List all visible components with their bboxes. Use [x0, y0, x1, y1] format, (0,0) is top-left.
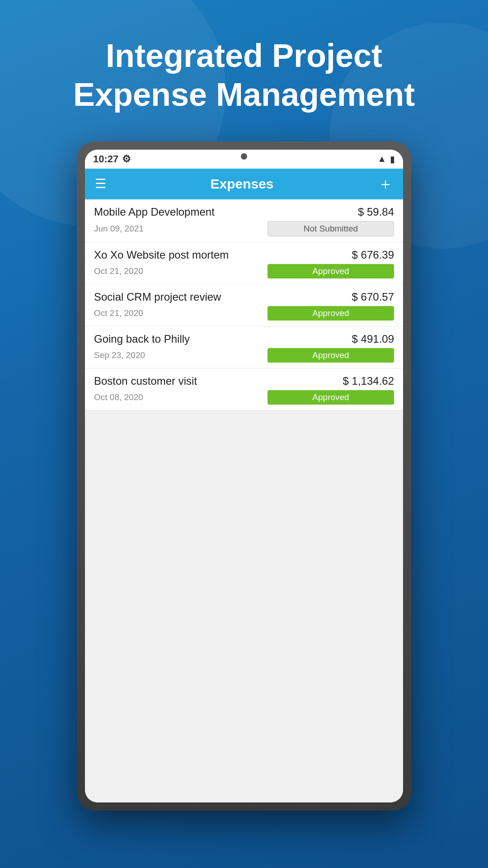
expense-name: Xo Xo Website post mortem	[94, 249, 229, 261]
empty-content-area	[85, 410, 403, 802]
app-bar-title: Expenses	[210, 176, 273, 192]
expense-amount: $ 59.84	[358, 206, 394, 218]
expense-name: Mobile App Development	[94, 206, 215, 218]
expense-item[interactable]: Xo Xo Website post mortem$ 676.39Oct 21,…	[85, 242, 403, 284]
status-bar-left: 10:27 ⚙	[93, 153, 131, 165]
expense-amount: $ 1,134.62	[343, 375, 394, 387]
expense-item[interactable]: Social CRM project review$ 670.57Oct 21,…	[85, 284, 403, 326]
expense-date: Oct 21, 2020	[94, 308, 143, 318]
status-badge: Approved	[267, 348, 394, 363]
expense-name: Boston customer visit	[94, 375, 197, 387]
hero-section: Integrated Project Expense Management	[0, 0, 488, 142]
expense-item[interactable]: Boston customer visit$ 1,134.62Oct 08, 2…	[85, 368, 403, 410]
add-button[interactable]: ＋	[378, 174, 393, 194]
settings-icon: ⚙	[122, 153, 131, 165]
expense-name: Social CRM project review	[94, 291, 221, 303]
hero-line2: Expense Management	[73, 76, 415, 113]
status-badge: Approved	[267, 390, 394, 405]
app-bar: ☰ Expenses ＋	[85, 169, 403, 199]
expense-name: Going back to Philly	[94, 333, 190, 345]
expense-amount: $ 491.09	[352, 333, 394, 345]
expense-date: Oct 08, 2020	[94, 392, 143, 402]
expense-amount: $ 670.57	[352, 291, 394, 303]
expense-date: Sep 23, 2020	[94, 350, 145, 360]
expense-date: Oct 21, 2020	[94, 266, 143, 276]
wifi-icon: ▲	[377, 154, 386, 164]
tablet-device: 10:27 ⚙ ▲ ▮ ☰ Expenses ＋ Mobile App Deve…	[77, 142, 411, 811]
status-badge: Approved	[267, 264, 394, 278]
status-bar-right: ▲ ▮	[377, 154, 395, 165]
battery-icon: ▮	[390, 154, 395, 165]
expense-date: Jun 09, 2021	[94, 224, 144, 234]
hero-line1: Integrated Project	[106, 38, 382, 74]
tablet-screen: 10:27 ⚙ ▲ ▮ ☰ Expenses ＋ Mobile App Deve…	[85, 150, 403, 802]
status-badge: Approved	[267, 306, 394, 321]
expense-item[interactable]: Going back to Philly$ 491.09Sep 23, 2020…	[85, 326, 403, 368]
hamburger-menu-icon[interactable]: ☰	[95, 176, 106, 191]
camera-dot	[241, 153, 247, 160]
status-badge: Not Submitted	[267, 221, 394, 236]
expense-item[interactable]: Mobile App Development$ 59.84Jun 09, 202…	[85, 199, 403, 242]
time-display: 10:27	[93, 153, 118, 165]
expense-amount: $ 676.39	[352, 249, 394, 261]
expense-list: Mobile App Development$ 59.84Jun 09, 202…	[85, 199, 403, 410]
